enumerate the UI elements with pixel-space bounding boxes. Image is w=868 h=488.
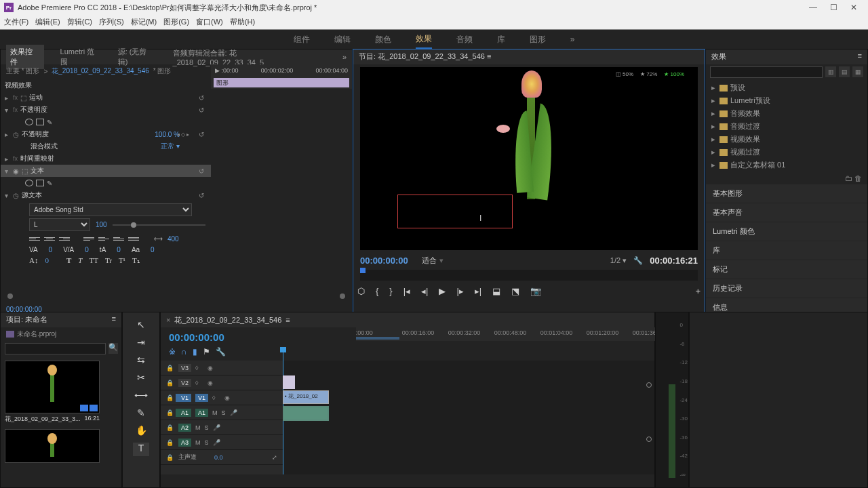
panel-menu-icon[interactable]: ≡ [858, 52, 862, 60]
source-patch[interactable]: V1 [176, 394, 191, 402]
ws-tab-library[interactable]: 库 [497, 31, 505, 48]
slip-tool-icon[interactable]: ⟷ [133, 390, 149, 403]
align-right-icon[interactable] [59, 234, 70, 243]
motion-toggle-icon[interactable]: ⬚ [20, 94, 26, 102]
mute-icon[interactable]: M [195, 424, 201, 431]
selection-tool-icon[interactable]: ↖ [133, 319, 149, 333]
mute-icon[interactable]: M [195, 439, 201, 446]
fx-folder[interactable]: ▸音频过渡 [706, 120, 867, 133]
panel-markers[interactable]: 标记 [706, 260, 867, 279]
close-button[interactable]: ✕ [844, 0, 864, 15]
marker-icon[interactable] [646, 382, 652, 388]
ec-tab-audio-mixer[interactable]: 音频剪辑混合器: 花_2018_02_09_22_33_34_5 [173, 48, 326, 66]
zoom-fit-dropdown[interactable]: 适合 [422, 256, 437, 266]
panel-lumetri-color[interactable]: Lumetri 颜色 [706, 222, 867, 241]
track-label[interactable]: A1 [195, 409, 208, 417]
reset-icon[interactable]: ↺ [199, 131, 204, 138]
linked-selection-icon[interactable]: ∩ [181, 347, 187, 357]
search-icon[interactable]: 🔍 [108, 343, 118, 354]
menu-file[interactable]: 文件(F) [4, 17, 28, 27]
mute-icon[interactable]: M [212, 409, 218, 416]
baseline-value[interactable]: 0 [117, 246, 121, 253]
ripple-tool-icon[interactable]: ⇆ [133, 354, 149, 368]
ec-opacity-section[interactable]: 不透明度 [20, 105, 47, 115]
panel-essential-sound[interactable]: 基本声音 [706, 203, 867, 222]
ws-tab-audio[interactable]: 音频 [456, 31, 473, 48]
subscript-icon[interactable]: T₁ [132, 256, 140, 265]
project-item[interactable] [5, 429, 100, 463]
valign-bot-icon[interactable] [113, 234, 124, 243]
track-label[interactable]: A3 [178, 439, 191, 447]
add-button-icon[interactable]: + [695, 286, 701, 296]
ws-tab-graphics[interactable]: 图形 [530, 31, 546, 48]
ec-tab-effect-controls[interactable]: 效果控件 [6, 45, 44, 69]
reset-icon[interactable]: ↺ [199, 192, 204, 199]
menu-edit[interactable]: 编辑(E) [35, 17, 60, 27]
kerning-value[interactable]: 0 [49, 246, 53, 253]
graphic-clip[interactable] [283, 375, 295, 389]
stopwatch-icon[interactable]: ◷ [13, 131, 19, 138]
expand-icon[interactable]: ⤢ [272, 454, 277, 461]
menu-window[interactable]: 窗口(W) [196, 17, 223, 27]
mark-in-icon[interactable]: ⬡ [357, 286, 365, 296]
fx-filter-icon[interactable]: ▥ [825, 66, 836, 77]
prev-edit-icon[interactable]: |◂ [403, 286, 410, 296]
font-size-slider[interactable] [113, 224, 205, 226]
rect-mask-icon[interactable] [36, 180, 44, 186]
stopwatch-icon[interactable]: ◷ [13, 192, 19, 199]
pen-mask-icon[interactable]: ✎ [47, 180, 55, 186]
ec-scroll-handle[interactable] [7, 293, 13, 299]
ws-tab-assembly[interactable]: 组件 [294, 31, 310, 48]
voice-icon[interactable]: 🎤 [230, 409, 237, 416]
work-area-bar[interactable] [356, 337, 399, 340]
ec-time-remap[interactable]: 时间重映射 [20, 154, 54, 163]
minimize-button[interactable]: — [803, 0, 823, 15]
track-label[interactable]: V2 [178, 379, 191, 387]
close-sequence-icon[interactable]: × [166, 316, 170, 324]
marker-icon[interactable] [646, 436, 652, 442]
ws-tab-effects[interactable]: 效果 [416, 30, 432, 49]
faux-italic-icon[interactable]: T [78, 256, 82, 265]
step-fwd-icon[interactable]: |▸ [456, 286, 463, 296]
menu-clip[interactable]: 剪辑(C) [67, 17, 92, 27]
pm-scrubber[interactable] [360, 270, 698, 281]
panel-libraries[interactable]: 库 [706, 241, 867, 260]
playhead-icon[interactable] [360, 268, 366, 273]
visibility-icon[interactable]: ◉ [13, 167, 19, 175]
lock-icon[interactable]: 🔒 [166, 365, 174, 371]
rect-mask-icon[interactable] [36, 119, 44, 125]
fx-folder[interactable]: ▸预设 [706, 81, 867, 94]
small-caps-icon[interactable]: Tr [105, 256, 112, 265]
fx-folder[interactable]: ▸视频效果 [706, 133, 867, 146]
step-back-icon[interactable]: ◂| [421, 286, 428, 296]
project-item[interactable]: 花_2018_02_09_22_33_3...16:21 [5, 361, 100, 425]
timeline-timecode[interactable]: 00:00:00:00 [161, 327, 234, 347]
fx-folder[interactable]: ▸视频过渡 [706, 146, 867, 159]
ws-tab-editing[interactable]: 编辑 [334, 31, 351, 48]
snap-icon[interactable]: ※ [169, 347, 176, 357]
solo-icon[interactable]: S [205, 439, 209, 446]
track-label[interactable]: V3 [178, 364, 191, 372]
track-label[interactable]: A2 [178, 424, 191, 432]
leading-value[interactable]: 0 [45, 256, 49, 265]
ec-mini-timeline[interactable]: ▶ :00:00 00:00:02:00 00:00:04:00 图形 [211, 64, 352, 89]
extract-icon[interactable]: ⬔ [511, 286, 519, 296]
tracking-value[interactable]: 400 [167, 234, 179, 243]
ec-text-section[interactable]: 文本 [31, 166, 44, 176]
reset-icon[interactable]: ↺ [199, 106, 204, 114]
fx-filter-icon[interactable]: ▦ [852, 66, 863, 77]
expand-icon[interactable]: ▸ [5, 131, 10, 138]
fx-folder[interactable]: ▸Lumetri预设 [706, 94, 867, 107]
lock-icon[interactable]: 🔒 [166, 409, 174, 416]
font-family-dropdown[interactable]: Adobe Song Std [29, 203, 192, 216]
sync-lock-icon[interactable]: ◊ [212, 394, 220, 401]
solo-icon[interactable]: S [222, 409, 226, 416]
ellipse-mask-icon[interactable] [25, 180, 33, 186]
sync-lock-icon[interactable]: ◊ [195, 365, 203, 371]
pm-timecode-left[interactable]: 00:00:00:00 [360, 256, 408, 266]
timeline-content[interactable]: ▪ 花_2018_02 [283, 361, 654, 474]
lock-icon[interactable]: 🔒 [166, 394, 174, 401]
eye-icon[interactable]: ◉ [208, 365, 216, 371]
ws-tab-more[interactable]: » [570, 32, 575, 47]
text-bounding-box[interactable] [397, 195, 513, 228]
